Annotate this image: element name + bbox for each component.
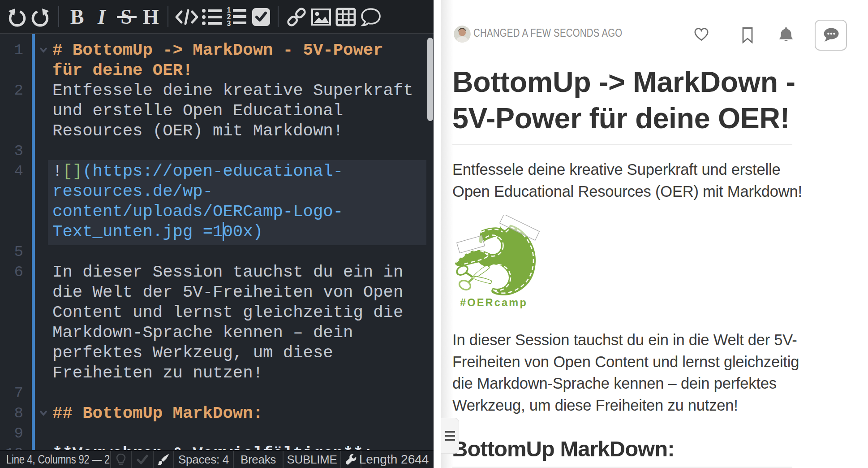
svg-text:3: 3 xyxy=(227,20,231,27)
